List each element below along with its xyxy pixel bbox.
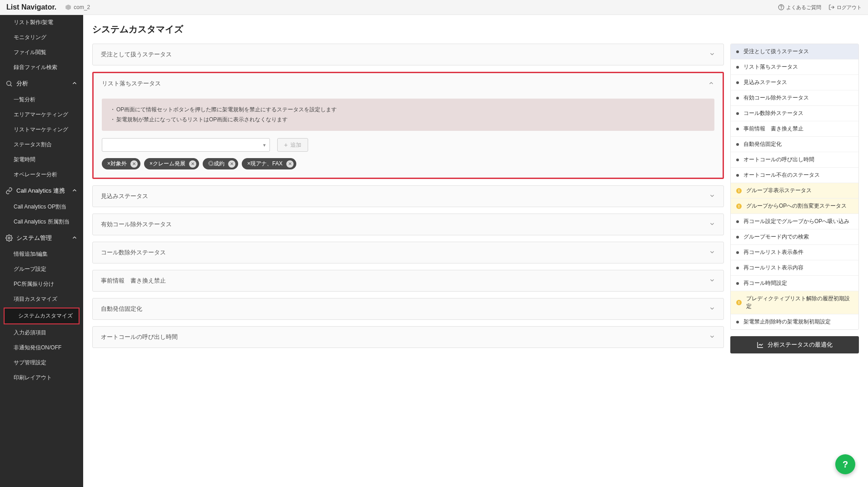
right-nav-label: 事前情報 書き換え禁止: [743, 125, 803, 133]
right-nav-item[interactable]: グループモード内での検索: [731, 229, 858, 245]
panel-header[interactable]: コール数除外ステータス: [93, 242, 723, 263]
sidebar-item[interactable]: オペレーター分析: [0, 167, 83, 182]
panel-title: 自動発信固定化: [101, 305, 142, 313]
right-nav-item[interactable]: 自動発信固定化: [731, 137, 858, 152]
chip-remove-icon[interactable]: [228, 160, 235, 168]
sidebar-section-label: Call Analytics 連携: [16, 187, 65, 195]
panel-title: リスト落ちステータス: [102, 80, 161, 88]
sidebar-section-header[interactable]: 分析: [0, 75, 83, 92]
right-nav-item[interactable]: 有効コール除外ステータス: [731, 90, 858, 106]
sidebar-item[interactable]: 一覧分析: [0, 92, 83, 107]
chip-list: ×対象外×クレーム発展◎成約×現アナ、FAX: [102, 158, 714, 169]
panel-header[interactable]: 自動発信固定化: [93, 298, 723, 319]
chip-remove-icon[interactable]: [286, 160, 294, 168]
info-line: OP画面にて情報セットボタンを押した際に架電規制を禁止にするステータスを設定しま…: [110, 105, 706, 115]
right-nav-item[interactable]: 再コール設定でグループからOPへ吸い込み: [731, 214, 858, 229]
sidebar-item[interactable]: モニタリング: [0, 30, 83, 45]
logout-link[interactable]: ログアウト: [828, 4, 862, 11]
chip-label: ×クレーム発展: [150, 160, 185, 168]
sidebar-item[interactable]: 入力必須項目: [0, 325, 83, 340]
panel-header[interactable]: 受注として扱うステータス: [93, 44, 723, 65]
right-nav-item[interactable]: 受注として扱うステータス: [731, 44, 858, 60]
help-fab[interactable]: [835, 454, 855, 474]
right-nav-item[interactable]: オートコール不在のステータス: [731, 168, 858, 183]
chevron-down-icon: [709, 305, 715, 313]
company-selector[interactable]: com_2: [65, 4, 90, 10]
status-select[interactable]: [102, 138, 270, 152]
sidebar-item[interactable]: リストマーケティング: [0, 122, 83, 137]
settings-panel: オートコールの呼び出し時間: [92, 326, 724, 348]
bullet-icon: [736, 251, 739, 254]
panel-header[interactable]: オートコールの呼び出し時間: [93, 327, 723, 348]
right-nav-label: 自動発信固定化: [743, 140, 782, 148]
faq-link[interactable]: よくあるご質問: [778, 4, 821, 11]
right-nav-item[interactable]: 再コールリスト表示条件: [731, 245, 858, 260]
right-nav-item[interactable]: 架電禁止削除時の架電規制初期設定: [731, 314, 858, 329]
chip-remove-icon[interactable]: [189, 160, 196, 168]
help-icon: [778, 4, 784, 10]
right-nav-item[interactable]: オートコールの呼び出し時間: [731, 152, 858, 168]
bullet-icon: [736, 66, 739, 69]
logout-label: ログアウト: [837, 4, 862, 11]
bullet-icon: [736, 112, 739, 115]
settings-panel: リスト落ちステータスOP画面にて情報セットボタンを押した際に架電規制を禁止にする…: [92, 72, 724, 179]
right-nav-item[interactable]: コール数除外ステータス: [731, 106, 858, 121]
sidebar-item[interactable]: 架電時間: [0, 152, 83, 167]
sidebar-section-header[interactable]: システム管理: [0, 229, 83, 247]
sidebar-section-header[interactable]: Call Analytics 連携: [0, 182, 83, 199]
svg-point-4: [8, 237, 10, 239]
panel-title: 事前情報 書き換え禁止: [101, 277, 166, 285]
right-nav-item[interactable]: グループ非表示ステータス: [731, 183, 858, 199]
status-chip: ×現アナ、FAX: [242, 158, 296, 169]
logout-icon: [828, 4, 835, 10]
chevron-up-icon: [71, 80, 78, 88]
controls-row: 追加: [102, 138, 714, 152]
panel-body: OP画面にて情報セットボタンを押した際に架電規制を禁止にするステータスを設定しま…: [94, 94, 723, 178]
sidebar-item[interactable]: Call Analytics OP割当: [0, 199, 83, 214]
right-nav-item[interactable]: 再コールリスト表示内容: [731, 260, 858, 276]
chart-icon: [757, 341, 764, 348]
sidebar-item[interactable]: Call Analytics 所属割当: [0, 214, 83, 229]
sidebar-section-label: システム管理: [16, 234, 52, 242]
right-nav-item[interactable]: グループからOPへの割当変更ステータス: [731, 199, 858, 214]
chip-remove-icon[interactable]: [130, 160, 138, 168]
right-nav-label: グループ非表示ステータス: [746, 187, 812, 194]
right-nav-item[interactable]: プレディクティブリスト解除の履歴初期設定: [731, 291, 858, 314]
status-chip: ×対象外: [102, 158, 140, 169]
add-button[interactable]: 追加: [277, 138, 308, 152]
svg-point-1: [781, 9, 782, 9]
sidebar-item[interactable]: 非通知発信ON/OFF: [0, 340, 83, 355]
right-nav-item[interactable]: リスト落ちステータス: [731, 60, 858, 75]
chip-label: ×現アナ、FAX: [247, 160, 283, 168]
sidebar-item[interactable]: リスト製作/架電: [0, 15, 83, 30]
sidebar-item-active[interactable]: システムカスタマイズ: [5, 308, 79, 323]
optimize-button[interactable]: 分析ステータスの最適化: [730, 336, 859, 353]
bullet-icon: [736, 159, 739, 161]
sidebar-item[interactable]: PC所属振り分け: [0, 277, 83, 292]
sidebar-item[interactable]: ファイル閲覧: [0, 45, 83, 60]
panel-header[interactable]: 事前情報 書き換え禁止: [93, 270, 723, 291]
sidebar-item[interactable]: 情報追加/編集: [0, 247, 83, 262]
warning-icon: [736, 300, 742, 305]
sidebar-item[interactable]: グループ設定: [0, 262, 83, 277]
sidebar-item[interactable]: サブ管理設定: [0, 355, 83, 370]
right-nav-item[interactable]: 事前情報 書き換え禁止: [731, 121, 858, 137]
right-nav-item[interactable]: 見込みステータス: [731, 75, 858, 90]
sidebar-item[interactable]: 録音ファイル検索: [0, 60, 83, 75]
panel-header[interactable]: 有効コール除外ステータス: [93, 214, 723, 235]
cube-icon: [65, 5, 71, 10]
chevron-down-icon: [709, 333, 715, 341]
panel-header[interactable]: 見込みステータス: [93, 186, 723, 207]
right-nav-label: オートコール不在のステータス: [743, 171, 820, 179]
chevron-down-icon: [709, 221, 715, 229]
chevron-up-icon: [71, 234, 78, 242]
link-icon: [5, 187, 13, 194]
sidebar-item[interactable]: ステータス割合: [0, 137, 83, 152]
panel-header[interactable]: リスト落ちステータス: [94, 73, 723, 94]
sidebar-item[interactable]: エリアマーケティング: [0, 107, 83, 122]
panel-title: 受注として扱うステータス: [101, 50, 172, 59]
sidebar-item[interactable]: 印刷レイアウト: [0, 370, 83, 385]
right-nav-label: 有効コール除外ステータス: [743, 94, 809, 102]
right-nav-item[interactable]: 再コール時間設定: [731, 276, 858, 291]
sidebar-item[interactable]: 項目カスタマイズ: [0, 292, 83, 307]
